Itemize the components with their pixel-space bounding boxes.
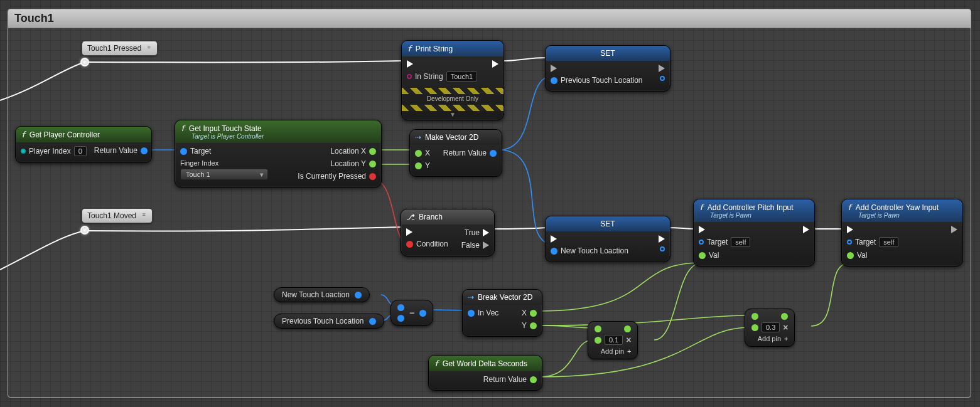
- in-string-input[interactable]: Touch1: [446, 71, 477, 82]
- pin-return[interactable]: [490, 150, 497, 157]
- pin-val[interactable]: [847, 252, 854, 259]
- node-title: SET: [600, 49, 615, 58]
- exec-in[interactable]: [407, 60, 413, 68]
- pin-a[interactable]: [397, 304, 404, 311]
- node-add-pitch-input[interactable]: fAdd Controller Pitch Input Target is Pa…: [693, 199, 815, 267]
- pin-label: In Vec: [478, 309, 498, 317]
- node-make-vector-2d[interactable]: ⇢Make Vector 2D X Y Return Value: [409, 129, 502, 177]
- target-input[interactable]: self: [879, 237, 898, 247]
- pin-out[interactable]: [419, 310, 426, 317]
- pin-x[interactable]: [530, 310, 537, 317]
- pin-label: Y: [522, 321, 527, 330]
- value-input[interactable]: 0.3: [762, 322, 780, 332]
- node-multiply-1[interactable]: 0.1× Add pin +: [588, 321, 638, 359]
- pin-y[interactable]: [415, 162, 422, 169]
- pin-label: Is Currently Pressed: [298, 172, 366, 181]
- target-input[interactable]: self: [731, 237, 750, 247]
- pin-a[interactable]: [595, 325, 601, 332]
- exec-in[interactable]: [551, 235, 557, 243]
- node-set-previous-touch[interactable]: SET Previous Touch Location: [545, 45, 670, 92]
- node-get-input-touch-state[interactable]: fGet Input Touch State Target is Player …: [175, 120, 382, 188]
- var-label: New Touch Loaction: [282, 290, 350, 299]
- exec-out[interactable]: [951, 226, 957, 233]
- pin-in-string[interactable]: [407, 74, 412, 79]
- node-set-new-touch[interactable]: SET New Touch Loaction: [545, 216, 670, 262]
- event-label: Touch1 Pressed: [87, 44, 141, 53]
- exec-true[interactable]: [483, 229, 489, 236]
- var-previous-touch-location[interactable]: Previous Touch Location: [274, 314, 384, 329]
- pin-target[interactable]: [699, 240, 704, 245]
- exec-out[interactable]: [803, 226, 809, 233]
- pin-locy[interactable]: [369, 161, 376, 167]
- pin-a[interactable]: [751, 313, 758, 320]
- node-subtract[interactable]: −: [390, 300, 433, 326]
- node-title: Get Input Touch State: [189, 124, 262, 133]
- pin-is-pressed[interactable]: [369, 173, 376, 180]
- pin-out[interactable]: [355, 292, 362, 299]
- pin-out[interactable]: [781, 313, 788, 320]
- node-multiply-2[interactable]: 0.3× Add pin +: [745, 309, 795, 347]
- exec-out[interactable]: [659, 65, 665, 72]
- pin-var-out[interactable]: [660, 246, 665, 251]
- pin-return[interactable]: [530, 376, 537, 383]
- pin-label: Y: [425, 161, 430, 170]
- player-index-input[interactable]: 0: [74, 146, 87, 156]
- pin-out[interactable]: [624, 325, 631, 332]
- exec-in[interactable]: [699, 226, 705, 233]
- node-print-string[interactable]: fPrint String In String Touch1 Developme…: [401, 40, 504, 120]
- exec-in[interactable]: [847, 226, 853, 233]
- pin-label: New Touch Loaction: [561, 246, 628, 255]
- exec-out[interactable]: [492, 60, 498, 68]
- expand-arrow-icon[interactable]: ▼: [402, 111, 503, 120]
- pin-label: Return Value: [94, 146, 137, 155]
- node-branch[interactable]: ⎇Branch Condition True False: [401, 209, 495, 256]
- node-add-yaw-input[interactable]: fAdd Controller Yaw Input Target is Pawn…: [841, 199, 963, 267]
- pin-label: Location X: [330, 147, 366, 156]
- pin-label: Val: [709, 251, 719, 260]
- pin-locx[interactable]: [369, 148, 376, 155]
- pin-label: Target: [190, 147, 211, 156]
- node-get-player-controller[interactable]: fGet Player Controller Player Index 0 Re…: [15, 126, 152, 163]
- exec-false[interactable]: [483, 241, 489, 249]
- finger-index-select[interactable]: Touch 1: [180, 169, 268, 180]
- pin-val[interactable]: [699, 252, 706, 259]
- pin-out[interactable]: [369, 318, 376, 325]
- plus-icon[interactable]: +: [627, 347, 631, 355]
- pin-var-in[interactable]: [551, 77, 557, 84]
- pin-return[interactable]: [141, 147, 148, 154]
- node-title: Print String: [416, 45, 453, 53]
- comment-title[interactable]: Touch1: [8, 9, 971, 28]
- pin-b[interactable]: [751, 324, 758, 331]
- node-get-world-delta-seconds[interactable]: fGet World Delta Seconds Return Value: [428, 355, 542, 391]
- add-pin-label[interactable]: Add pin: [758, 335, 781, 342]
- pin-var-in[interactable]: [551, 248, 557, 255]
- pin-label: Return Value: [443, 149, 487, 157]
- pin-label: X: [425, 149, 430, 157]
- pin-y[interactable]: [530, 322, 537, 329]
- node-break-vector-2d[interactable]: ⇢Break Vector 2D In Vec X Y: [462, 289, 542, 337]
- pin-label: Finger Index: [180, 159, 218, 167]
- var-new-touch-location[interactable]: New Touch Loaction: [274, 287, 370, 302]
- pin-target[interactable]: [180, 148, 187, 155]
- pin-player-index[interactable]: [21, 149, 26, 154]
- pin-condition[interactable]: [406, 241, 413, 248]
- exec-in[interactable]: [406, 228, 412, 236]
- pin-invec[interactable]: [468, 310, 475, 317]
- pin-target[interactable]: [847, 240, 852, 245]
- pin-x[interactable]: [415, 150, 422, 157]
- pin-var-out[interactable]: [660, 76, 665, 81]
- plus-icon[interactable]: +: [784, 335, 788, 342]
- pin-b[interactable]: [595, 337, 601, 344]
- value-input[interactable]: 0.1: [605, 335, 623, 345]
- node-subtitle: Target is Pawn: [710, 212, 809, 219]
- branch-icon: ⎇: [406, 213, 415, 221]
- node-title: Get Player Controller: [30, 130, 100, 139]
- event-label: Touch1 Moved: [87, 211, 136, 220]
- pin-b[interactable]: [397, 315, 404, 322]
- event-touch1-pressed[interactable]: Touch1 Pressed: [82, 41, 158, 56]
- node-title: SET: [600, 219, 615, 228]
- exec-in[interactable]: [551, 65, 557, 72]
- add-pin-label[interactable]: Add pin: [601, 347, 624, 355]
- event-touch1-moved[interactable]: Touch1 Moved: [82, 208, 153, 223]
- exec-out[interactable]: [659, 235, 665, 243]
